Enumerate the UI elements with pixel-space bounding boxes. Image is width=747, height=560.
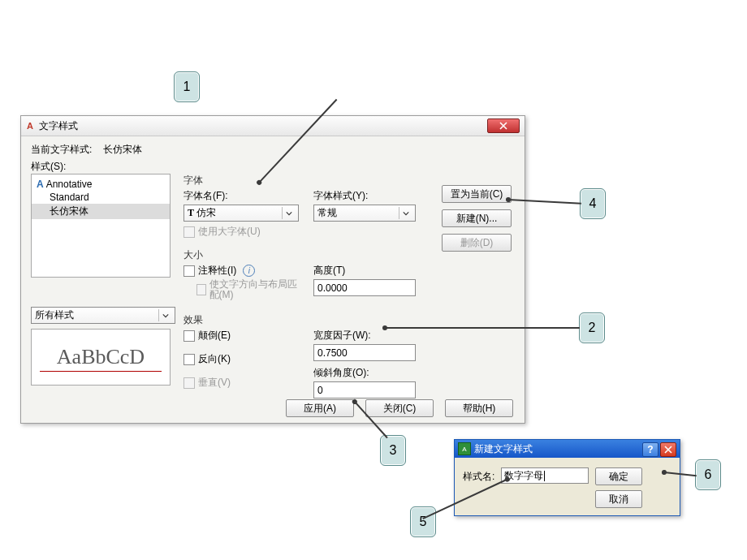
current-style-value: 长仿宋体 — [103, 144, 142, 155]
chevron-down-icon — [399, 207, 412, 219]
callout-4: 4 — [580, 188, 606, 219]
chevron-down-icon — [282, 207, 296, 219]
leader-2 — [385, 327, 580, 329]
oblique-input[interactable]: 0 — [313, 381, 416, 398]
ok-button[interactable]: 确定 — [595, 467, 642, 485]
match-orient-checkbox: 使文字方向与布局匹配(M) — [184, 279, 299, 300]
current-style-label: 当前文字样式: — [31, 144, 92, 155]
style-name-label: 样式名: — [463, 470, 494, 484]
app-icon: A — [24, 120, 36, 131]
font-style-label: 字体样式(Y): — [313, 189, 416, 203]
callout-5: 5 — [410, 506, 436, 537]
height-label: 高度(T) — [313, 264, 416, 278]
use-bigfont-checkbox: 使用大字体(U) — [184, 225, 299, 239]
titlebar[interactable]: A 新建文字样式 ? — [455, 440, 680, 458]
callout-1: 1 — [174, 71, 200, 102]
help-icon[interactable]: ? — [642, 442, 658, 457]
style-listbox[interactable]: AAnnotative Standard 长仿宋体 — [31, 174, 171, 278]
new-text-style-dialog: A 新建文字样式 ? 样式名: 数字字母 确定 取消 — [454, 439, 680, 516]
current-style-row: 当前文字样式: 长仿宋体 — [31, 143, 515, 157]
font-name-label: 字体名(F): — [184, 189, 299, 203]
font-style-select[interactable]: 常规 — [313, 205, 416, 222]
preview-box: AaBbCcD — [31, 329, 171, 386]
list-item[interactable]: 长仿宋体 — [32, 204, 170, 219]
dialog-title: 文字样式 — [39, 119, 78, 133]
style-name-input[interactable]: 数字字母 — [501, 467, 589, 484]
close-icon[interactable] — [487, 118, 520, 133]
truetype-icon: T — [188, 207, 194, 219]
list-item[interactable]: Standard — [32, 191, 170, 204]
effects-section-label: 效果 — [184, 313, 427, 327]
callout-3: 3 — [380, 435, 406, 466]
upside-down-checkbox[interactable]: 颠倒(E) — [184, 329, 299, 342]
apply-button[interactable]: 应用(A) — [286, 399, 354, 417]
vertical-checkbox: 垂直(V) — [184, 376, 299, 390]
footer-buttons: 应用(A) 关闭(C) 帮助(H) — [286, 399, 513, 417]
text-style-dialog: A 文字样式 当前文字样式: 长仿宋体 样式(S): AAnnotative S… — [20, 115, 525, 424]
font-name-select[interactable]: T 仿宋 — [184, 205, 299, 222]
caret — [544, 471, 545, 481]
set-current-button[interactable]: 置为当前(C) — [442, 185, 512, 203]
annotative-checkbox[interactable]: 注释性(I) i — [184, 264, 299, 278]
width-factor-input[interactable]: 0.7500 — [313, 344, 416, 361]
close-button[interactable]: 关闭(C) — [365, 399, 434, 417]
cancel-button[interactable]: 取消 — [595, 490, 642, 508]
height-input[interactable]: 0.0000 — [313, 279, 416, 296]
titlebar[interactable]: A 文字样式 — [21, 116, 525, 136]
close-icon[interactable] — [660, 442, 676, 457]
annotative-icon: A — [37, 179, 44, 190]
app-icon: A — [458, 442, 471, 455]
font-section-label: 字体 — [184, 174, 427, 187]
backwards-checkbox[interactable]: 反向(K) — [184, 352, 299, 366]
callout-6: 6 — [695, 459, 721, 490]
width-factor-label: 宽度因子(W): — [313, 329, 416, 342]
size-section-label: 大小 — [184, 248, 427, 262]
new-button[interactable]: 新建(N)... — [442, 209, 512, 227]
filter-select[interactable]: 所有样式 — [31, 307, 175, 324]
chevron-down-icon — [158, 309, 172, 321]
dialog-title: 新建文字样式 — [474, 442, 533, 456]
preview-text: AaBbCcD — [57, 345, 145, 369]
help-button[interactable]: 帮助(H) — [445, 399, 513, 417]
oblique-label: 倾斜角度(O): — [313, 366, 416, 380]
preview-underline — [40, 371, 162, 372]
info-icon[interactable]: i — [243, 265, 255, 277]
callout-2: 2 — [579, 312, 605, 343]
list-item[interactable]: AAnnotative — [32, 178, 170, 191]
delete-button: 删除(D) — [442, 234, 512, 252]
